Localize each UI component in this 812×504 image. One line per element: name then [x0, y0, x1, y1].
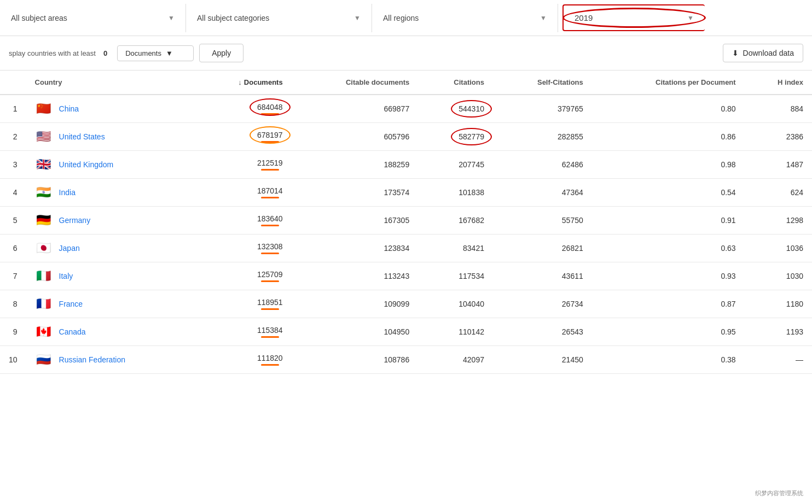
- col-citations-per-doc: Citations per Document: [592, 71, 745, 95]
- cell-self-citations: 26543: [493, 318, 592, 346]
- table-row: 8🇫🇷France118951109099104040267340.871180: [0, 290, 812, 318]
- country-link[interactable]: India: [59, 188, 76, 197]
- subject-categories-label: All subject categories: [197, 14, 269, 22]
- country-link[interactable]: United States: [59, 132, 105, 141]
- country-cell: 🇫🇷France: [35, 298, 186, 310]
- cell-documents: 132308: [195, 235, 292, 262]
- cell-h-index: 1036: [745, 235, 812, 262]
- country-link[interactable]: Russian Federation: [59, 355, 125, 364]
- cell-citable-docs: 173574: [292, 179, 419, 207]
- cell-rank: 5: [0, 207, 26, 235]
- cell-country: 🇫🇷France: [26, 290, 195, 318]
- country-flag: 🇷🇺: [35, 354, 53, 366]
- download-label: Download data: [743, 49, 794, 57]
- subject-areas-dropdown[interactable]: All subject areas ▼: [0, 4, 186, 32]
- cell-citable-docs: 669877: [292, 95, 419, 123]
- cell-rank: 9: [0, 318, 26, 346]
- doc-type-label: Documents: [125, 49, 161, 57]
- year-circle: 2019 ▼: [575, 13, 694, 22]
- filter-bar: All subject areas ▼ All subject categori…: [0, 0, 812, 36]
- cell-h-index: 1298: [745, 207, 812, 235]
- cell-citations: 83421: [418, 235, 493, 262]
- col-country: Country: [26, 71, 195, 95]
- cell-h-index: —: [745, 346, 812, 374]
- country-flag: 🇬🇧: [35, 159, 53, 171]
- country-link[interactable]: United Kingdom: [59, 160, 114, 169]
- doc-type-arrow: ▼: [166, 49, 173, 57]
- cell-rank: 4: [0, 179, 26, 207]
- country-flag: 🇯🇵: [35, 242, 53, 254]
- cell-self-citations: 21450: [493, 346, 592, 374]
- country-flag: 🇫🇷: [35, 298, 53, 310]
- cell-rank: 1: [0, 95, 26, 123]
- country-link[interactable]: Italy: [59, 272, 73, 280]
- country-flag: 🇮🇹: [35, 270, 53, 282]
- doc-value: 125709: [257, 270, 283, 282]
- country-link[interactable]: Japan: [59, 244, 80, 253]
- country-cell: 🇨🇳China: [35, 103, 186, 115]
- cell-self-citations: 43611: [493, 262, 592, 290]
- cell-documents: 115384: [195, 318, 292, 346]
- circle-red-citation-annotation: 544310: [459, 104, 484, 113]
- doc-type-dropdown[interactable]: Documents ▼: [117, 45, 194, 61]
- col-documents[interactable]: ↓Documents: [195, 71, 292, 95]
- table-row: 2🇺🇸United States678197605796582779282855…: [0, 123, 812, 151]
- doc-value: 132308: [257, 242, 283, 254]
- country-flag: 🇮🇳: [35, 186, 53, 198]
- cell-h-index: 1180: [745, 290, 812, 318]
- download-icon: ⬇: [732, 49, 739, 57]
- country-cell: 🇨🇦Canada: [35, 326, 186, 338]
- cell-citations: 207745: [418, 151, 493, 179]
- cell-citations: 101838: [418, 179, 493, 207]
- cell-citable-docs: 109099: [292, 290, 419, 318]
- sort-arrow-icon: ↓: [238, 78, 242, 86]
- year-label: 2019: [575, 13, 593, 22]
- min-value: 0: [103, 49, 107, 57]
- cell-citable-docs: 113243: [292, 262, 419, 290]
- col-self-citations: Self-Citations: [493, 71, 592, 95]
- cell-country: 🇺🇸United States: [26, 123, 195, 151]
- cell-country: 🇯🇵Japan: [26, 235, 195, 262]
- cell-country: 🇨🇳China: [26, 95, 195, 123]
- apply-button[interactable]: Apply: [199, 44, 243, 62]
- country-flag: 🇺🇸: [35, 131, 53, 143]
- country-cell: 🇩🇪Germany: [35, 214, 186, 226]
- cell-citations-per-doc: 0.38: [592, 346, 745, 374]
- country-cell: 🇮🇳India: [35, 186, 186, 198]
- table-row: 9🇨🇦Canada115384104950110142265430.951193: [0, 318, 812, 346]
- download-button[interactable]: ⬇ Download data: [723, 44, 803, 62]
- circle-red-citation-annotation: 582779: [459, 132, 484, 141]
- year-dropdown[interactable]: 2019 ▼: [562, 4, 705, 31]
- subject-areas-arrow: ▼: [168, 14, 175, 22]
- country-link[interactable]: Germany: [59, 216, 91, 225]
- cell-citable-docs: 605796: [292, 123, 419, 151]
- regions-dropdown[interactable]: All regions ▼: [372, 4, 558, 32]
- cell-citations-per-doc: 0.95: [592, 318, 745, 346]
- subject-categories-dropdown[interactable]: All subject categories ▼: [186, 4, 372, 32]
- country-flag: 🇨🇦: [35, 326, 53, 338]
- doc-value: 111820: [257, 354, 283, 366]
- country-link[interactable]: Canada: [59, 327, 86, 336]
- subject-categories-arrow: ▼: [354, 14, 361, 22]
- cell-citations: 167682: [418, 207, 493, 235]
- cell-documents: 183640: [195, 207, 292, 235]
- country-link[interactable]: China: [59, 104, 79, 113]
- circle-orange-annotation: 678197: [257, 131, 283, 139]
- cell-citations-per-doc: 0.80: [592, 95, 745, 123]
- cell-documents: 118951: [195, 290, 292, 318]
- cell-citable-docs: 167305: [292, 207, 419, 235]
- doc-value: 212519: [257, 159, 283, 171]
- doc-value: 183640: [257, 214, 283, 226]
- cell-self-citations: 47364: [493, 179, 592, 207]
- cell-h-index: 624: [745, 179, 812, 207]
- regions-arrow: ▼: [540, 14, 547, 22]
- display-prefix: splay countries with at least: [9, 49, 96, 57]
- table-row: 4🇮🇳India187014173574101838473640.54624: [0, 179, 812, 207]
- table-row: 5🇩🇪Germany183640167305167682557500.91129…: [0, 207, 812, 235]
- country-cell: 🇬🇧United Kingdom: [35, 159, 186, 171]
- country-link[interactable]: France: [59, 300, 83, 308]
- cell-self-citations: 26734: [493, 290, 592, 318]
- year-arrow: ▼: [687, 14, 694, 22]
- cell-h-index: 884: [745, 95, 812, 123]
- country-flag: 🇩🇪: [35, 214, 53, 226]
